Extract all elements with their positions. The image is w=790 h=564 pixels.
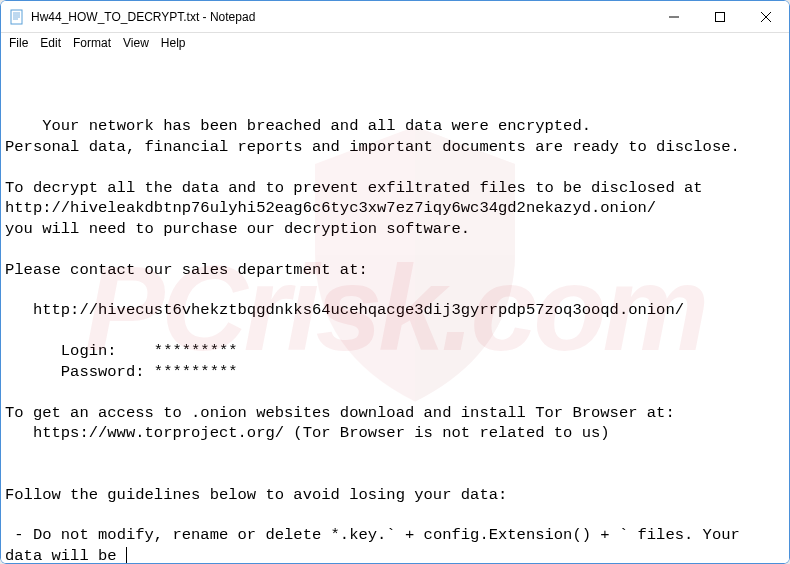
text-area[interactable]: PCrisk.com Your network has been breache…	[1, 53, 789, 563]
minimize-icon	[669, 12, 679, 22]
menu-help[interactable]: Help	[155, 35, 192, 51]
menu-file[interactable]: File	[3, 35, 34, 51]
minimize-button[interactable]	[651, 1, 697, 32]
maximize-icon	[715, 12, 725, 22]
menu-view[interactable]: View	[117, 35, 155, 51]
text-caret	[126, 547, 127, 563]
titlebar[interactable]: Hw44_HOW_TO_DECRYPT.txt - Notepad	[1, 1, 789, 33]
window-title: Hw44_HOW_TO_DECRYPT.txt - Notepad	[31, 10, 651, 24]
close-icon	[761, 12, 771, 22]
menu-edit[interactable]: Edit	[34, 35, 67, 51]
maximize-button[interactable]	[697, 1, 743, 32]
window-controls	[651, 1, 789, 32]
close-button[interactable]	[743, 1, 789, 32]
svg-rect-6	[716, 12, 725, 21]
notepad-window: Hw44_HOW_TO_DECRYPT.txt - Notepad File E…	[0, 0, 790, 564]
menubar: File Edit Format View Help	[1, 33, 789, 53]
notepad-icon	[9, 9, 25, 25]
menu-format[interactable]: Format	[67, 35, 117, 51]
document-text: Your network has been breached and all d…	[5, 117, 749, 563]
